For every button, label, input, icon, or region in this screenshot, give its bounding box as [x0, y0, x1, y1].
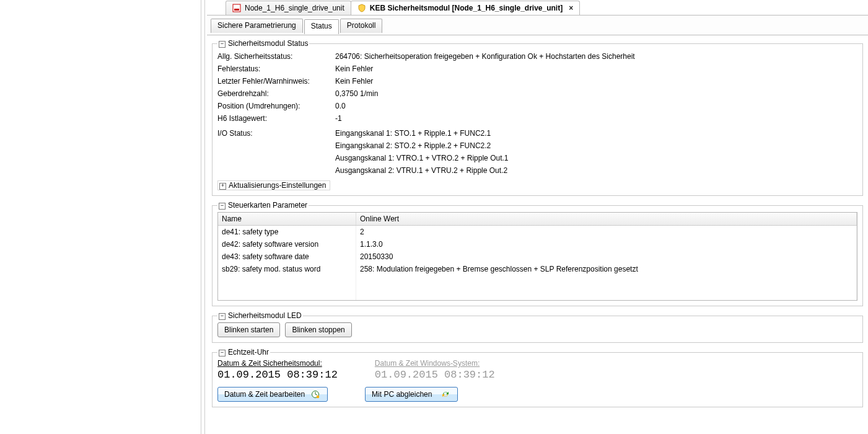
label-io-status: I/O Status: — [217, 127, 335, 177]
document-tab-label: Node_1_H6_single_drive_unit — [245, 4, 344, 12]
tab-status[interactable]: Status — [304, 19, 339, 34]
inner-tab-strip: Sichere Parametrierung Status Protokoll — [207, 16, 868, 35]
document-tab-safety[interactable]: KEB Sicherheitsmodul [Node_1_H6_single_d… — [351, 1, 580, 15]
table-header-row: Name Online Wert — [218, 213, 857, 226]
cell-name: de43: safety software date — [218, 250, 356, 263]
group-led: −Sicherheitsmodul LED Blinken starten Bl… — [212, 311, 863, 343]
subgroup-refresh: +Aktualisierungs-Einstellungen — [217, 180, 330, 190]
cell-value: 258: Modulation freigegeben + Bremse ges… — [356, 263, 857, 275]
collapse-icon[interactable]: − — [219, 350, 226, 356]
group-params-legend: −Steuerkarten Parameter — [217, 201, 309, 210]
table-row[interactable]: sb29: safety mod. status word 258: Modul… — [218, 263, 857, 275]
cell-value: 20150330 — [356, 250, 857, 263]
label-position: Position (Umdrehungen): — [217, 100, 335, 112]
rtc-module-heading: Datum & Zeit Sicherheitsmodul: — [217, 359, 338, 368]
table-empty-space — [218, 275, 857, 300]
rtc-windows-time: 01.09.2015 08:39:12 — [375, 369, 495, 381]
table-row[interactable]: de41: safety type 2 — [218, 226, 857, 239]
table-row[interactable]: de42: safety software version 1.1.3.0 — [218, 238, 857, 250]
cell-value: 1.1.3.0 — [356, 238, 857, 250]
keb-icon — [232, 4, 241, 12]
value-fehlerstatus: Kein Fehler — [335, 63, 857, 75]
sync-icon — [441, 390, 450, 399]
value-h6-ist: -1 — [335, 112, 857, 125]
tab-sichere-parametrierung[interactable]: Sichere Parametrierung — [211, 19, 303, 33]
group-status-legend: −Sicherheitsmodul Status — [217, 39, 309, 48]
svg-point-3 — [317, 396, 320, 399]
label-fehlerstatus: Fehlerstatus: — [217, 63, 335, 75]
blink-start-button[interactable]: Blinken starten — [217, 322, 280, 337]
value-position: 0.0 — [335, 100, 857, 112]
cell-name: de41: safety type — [218, 226, 356, 239]
label-allg-status: Allg. Sicherheitsstatus: — [217, 50, 335, 63]
edit-datetime-button[interactable]: Datum & Zeit bearbeiten — [217, 387, 328, 402]
document-tab-label: KEB Sicherheitsmodul [Node_1_H6_single_d… — [370, 4, 563, 12]
left-gutter — [0, 0, 207, 434]
cell-name: sb29: safety mod. status word — [218, 263, 356, 275]
rtc-windows-heading: Datum & Zeit Windows-System: — [375, 359, 495, 368]
document-tab-strip: Node_1_H6_single_drive_unit KEB Sicherhe… — [207, 0, 868, 16]
value-geberdrehzahl: 0,3750 1/min — [335, 87, 857, 100]
table-row[interactable]: de43: safety software date 20150330 — [218, 250, 857, 263]
collapse-icon[interactable]: − — [219, 313, 226, 320]
group-steuerkarten-parameter: −Steuerkarten Parameter Name Online Wert — [212, 201, 863, 306]
label-h6-ist: H6 Istlagewert: — [217, 112, 335, 125]
value-io-status: Eingangskanal 1: STO.1 + Ripple.1 + FUNC… — [335, 127, 857, 177]
clock-edit-icon — [311, 390, 320, 399]
cell-name: de42: safety software version — [218, 238, 356, 250]
col-name[interactable]: Name — [218, 213, 356, 226]
close-icon[interactable]: × — [569, 4, 573, 12]
document-tab-node[interactable]: Node_1_H6_single_drive_unit — [226, 1, 351, 15]
params-table: Name Online Wert de41: safety type 2 de4… — [217, 212, 857, 301]
group-led-legend: −Sicherheitsmodul LED — [217, 311, 303, 320]
collapse-icon[interactable]: − — [219, 41, 226, 48]
label-geberdrehzahl: Geberdrehzahl: — [217, 87, 335, 100]
value-letzter-fehler: Kein Fehler — [335, 75, 857, 87]
tab-protokoll[interactable]: Protokoll — [340, 19, 383, 33]
collapse-icon[interactable]: − — [219, 203, 226, 210]
value-allg-status: 264706: Sicherheitsoperation freigegeben… — [335, 50, 857, 63]
shield-icon — [357, 4, 366, 12]
cell-value: 2 — [356, 226, 857, 239]
expand-icon[interactable]: + — [219, 183, 226, 190]
blink-stop-button[interactable]: Blinken stoppen — [285, 322, 351, 337]
rtc-module-time: 01.09.2015 08:39:12 — [217, 369, 338, 381]
group-rtc: −Echtzeit-Uhr Datum & Zeit Sicherheitsmo… — [212, 348, 863, 407]
group-rtc-legend: −Echtzeit-Uhr — [217, 348, 270, 356]
group-status: −Sicherheitsmodul Status Allg. Sicherhei… — [212, 39, 863, 196]
col-online-wert[interactable]: Online Wert — [356, 213, 857, 226]
sync-pc-button[interactable]: Mit PC abgleichen — [365, 387, 458, 402]
svg-rect-0 — [233, 4, 240, 12]
label-letzter-fehler: Letzter Fehler/Warnhinweis: — [217, 75, 335, 87]
svg-rect-1 — [234, 9, 239, 11]
